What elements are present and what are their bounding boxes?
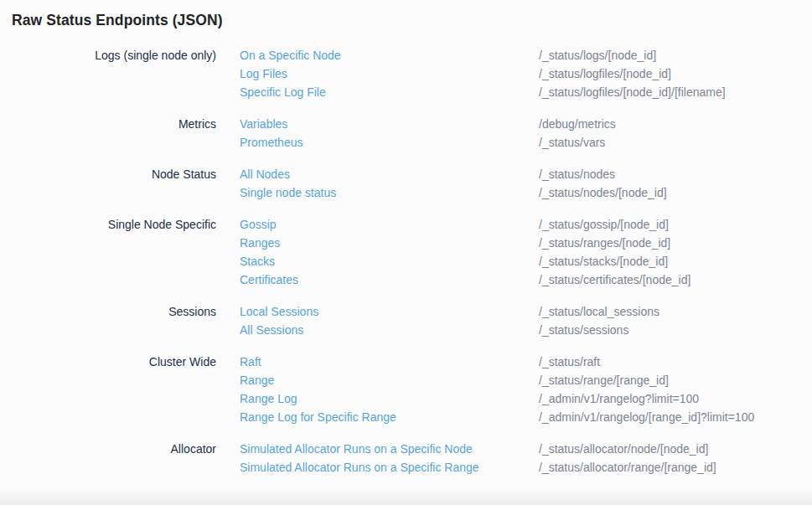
endpoint-path: /_status/allocator/node/[node_id] xyxy=(539,440,812,458)
endpoint-path: /_status/vars xyxy=(539,133,812,152)
endpoint-path: /_status/logfiles/[node_id] xyxy=(539,64,812,83)
endpoint-group: Node Status All NodesSingle node status … xyxy=(0,165,812,202)
endpoint-link[interactable]: Gossip xyxy=(240,215,539,234)
endpoint-group: Cluster Wide RaftRangeRange LogRange Log… xyxy=(0,353,812,426)
endpoint-links-column: GossipRangesStacksCertificates xyxy=(240,215,539,289)
footer-band xyxy=(0,488,812,505)
endpoint-link[interactable]: Variables xyxy=(240,115,539,133)
endpoint-paths-column: /_status/nodes/_status/nodes/[node_id] xyxy=(539,165,812,202)
endpoint-path: /_admin/v1/rangelog/[range_id]?limit=100 xyxy=(539,408,812,426)
category-label: Cluster Wide xyxy=(0,353,216,371)
endpoint-path: /_status/stacks/[node_id] xyxy=(539,252,812,271)
endpoint-link[interactable]: Ranges xyxy=(240,234,539,252)
endpoint-groups: Logs (single node only) On a Specific No… xyxy=(0,46,812,477)
endpoint-link[interactable]: Range xyxy=(240,371,539,389)
endpoint-link[interactable]: Local Sessions xyxy=(240,302,539,321)
endpoint-group: Metrics VariablesPrometheus /debug/metri… xyxy=(0,115,812,152)
endpoint-links-column: On a Specific NodeLog FilesSpecific Log … xyxy=(240,46,539,101)
endpoint-link[interactable]: Prometheus xyxy=(240,133,539,152)
endpoint-links-column: VariablesPrometheus xyxy=(240,115,539,152)
endpoint-paths-column: /debug/metrics/_status/vars xyxy=(539,115,812,152)
endpoint-link[interactable]: Specific Log File xyxy=(240,83,539,101)
endpoint-path: /debug/metrics xyxy=(539,115,812,133)
endpoint-link[interactable]: Certificates xyxy=(240,271,539,289)
category-label: Logs (single node only) xyxy=(0,46,216,64)
endpoint-path: /_admin/v1/rangelog?limit=100 xyxy=(539,389,812,408)
endpoint-link[interactable]: Range Log xyxy=(240,389,539,408)
endpoint-link[interactable]: Stacks xyxy=(240,252,539,271)
endpoint-link[interactable]: All Nodes xyxy=(240,165,539,183)
endpoint-links-column: Local SessionsAll Sessions xyxy=(240,302,539,339)
endpoint-paths-column: /_status/logs/[node_id]/_status/logfiles… xyxy=(539,46,812,101)
endpoint-path: /_status/certificates/[node_id] xyxy=(539,271,812,289)
endpoint-link[interactable]: Simulated Allocator Runs on a Specific N… xyxy=(240,440,539,458)
endpoint-path: /_status/raft xyxy=(539,353,812,371)
category-label: Allocator xyxy=(0,440,216,458)
endpoint-link[interactable]: Range Log for Specific Range xyxy=(240,408,539,426)
category-label: Single Node Specific xyxy=(0,215,216,234)
endpoint-paths-column: /_status/raft/_status/range/[range_id]/_… xyxy=(539,353,812,426)
endpoint-path: /_status/nodes xyxy=(539,165,812,183)
endpoint-path: /_status/logfiles/[node_id]/[filename] xyxy=(539,83,812,101)
page-title: Raw Status Endpoints (JSON) xyxy=(12,10,812,30)
endpoint-path: /_status/range/[range_id] xyxy=(539,371,812,389)
endpoint-path: /_status/allocator/range/[range_id] xyxy=(539,458,812,477)
endpoint-paths-column: /_status/allocator/node/[node_id]/_statu… xyxy=(539,440,812,477)
endpoint-group: Allocator Simulated Allocator Runs on a … xyxy=(0,440,812,477)
endpoint-path: /_status/ranges/[node_id] xyxy=(539,234,812,252)
endpoint-link[interactable]: Raft xyxy=(240,353,539,371)
endpoint-group: Sessions Local SessionsAll Sessions /_st… xyxy=(0,302,812,339)
endpoint-paths-column: /_status/gossip/[node_id]/_status/ranges… xyxy=(539,215,812,289)
category-label: Metrics xyxy=(0,115,216,133)
endpoint-link[interactable]: Single node status xyxy=(240,183,539,202)
endpoint-links-column: RaftRangeRange LogRange Log for Specific… xyxy=(240,353,539,426)
category-label: Sessions xyxy=(0,302,216,321)
endpoint-links-column: Simulated Allocator Runs on a Specific N… xyxy=(240,440,539,477)
endpoint-link[interactable]: Simulated Allocator Runs on a Specific R… xyxy=(240,458,539,477)
endpoint-link[interactable]: All Sessions xyxy=(240,321,539,339)
endpoint-group: Logs (single node only) On a Specific No… xyxy=(0,46,812,101)
endpoint-path: /_status/sessions xyxy=(539,321,812,339)
endpoint-path: /_status/nodes/[node_id] xyxy=(539,183,812,202)
endpoint-path: /_status/gossip/[node_id] xyxy=(539,215,812,234)
endpoint-path: /_status/logs/[node_id] xyxy=(539,46,812,64)
endpoint-path: /_status/local_sessions xyxy=(539,302,812,321)
endpoint-link[interactable]: On a Specific Node xyxy=(240,46,539,64)
category-label: Node Status xyxy=(0,165,216,183)
endpoint-link[interactable]: Log Files xyxy=(240,64,539,83)
endpoint-group: Single Node Specific GossipRangesStacksC… xyxy=(0,215,812,289)
endpoint-paths-column: /_status/local_sessions/_status/sessions xyxy=(539,302,812,339)
endpoint-links-column: All NodesSingle node status xyxy=(240,165,539,202)
